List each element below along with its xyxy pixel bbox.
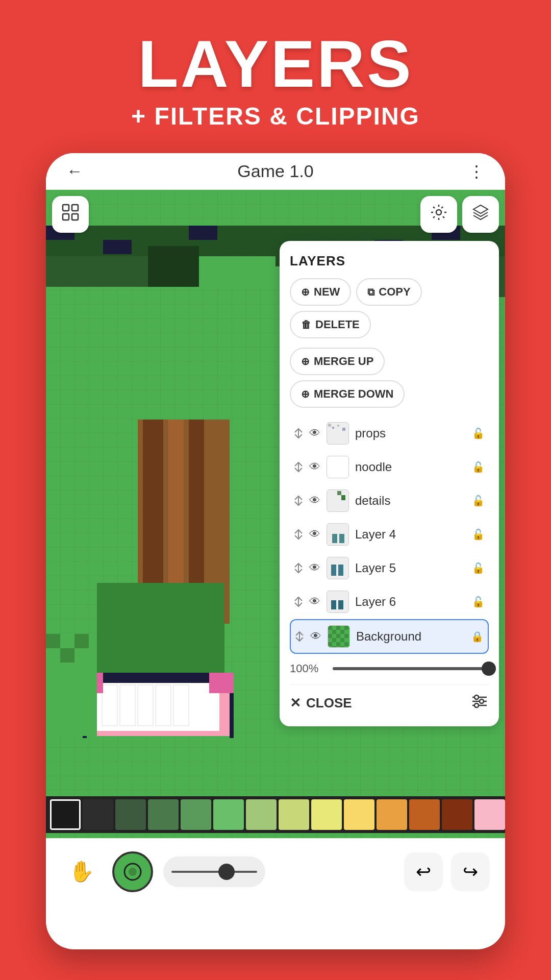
color-swatch[interactable] <box>311 799 342 830</box>
layer-row[interactable]: 👁 Layer 5 🔓 <box>290 552 489 584</box>
svg-point-74 <box>474 703 479 707</box>
layer-visibility-toggle[interactable]: 👁 <box>309 528 320 541</box>
color-swatch[interactable] <box>213 799 244 830</box>
layer-row[interactable]: 👁 details 🔓 <box>290 484 489 517</box>
color-swatch[interactable] <box>115 799 146 830</box>
hand-tool-button[interactable]: ✋ <box>61 851 102 892</box>
layer-move-handle[interactable] <box>294 529 303 540</box>
color-swatch[interactable] <box>83 799 113 830</box>
layer-row-background[interactable]: 👁 <box>290 619 489 654</box>
brush-tool-button[interactable] <box>112 851 153 892</box>
color-swatch[interactable] <box>409 799 440 830</box>
svg-rect-1 <box>46 256 148 287</box>
color-swatch[interactable] <box>246 799 277 830</box>
opacity-label: 100% <box>290 662 325 675</box>
main-title: LAYERS <box>0 31 551 97</box>
svg-rect-61 <box>336 634 340 638</box>
layer-move-handle[interactable] <box>294 461 303 473</box>
svg-rect-54 <box>328 626 332 630</box>
color-swatch[interactable] <box>344 799 374 830</box>
svg-rect-17 <box>138 685 153 726</box>
layer-move-handle[interactable] <box>295 631 304 642</box>
panel-close-row: ✕ CLOSE <box>290 684 489 714</box>
layers-merge-actions: ⊕ MERGE UP ⊕ MERGE DOWN <box>290 348 489 408</box>
layer-thumbnail <box>327 557 349 579</box>
copy-icon: ⧉ <box>367 286 374 298</box>
merge-down-button[interactable]: ⊕ MERGE DOWN <box>290 380 405 408</box>
delete-icon: 🗑 <box>301 319 311 331</box>
brush-slider-thumb[interactable] <box>218 864 235 880</box>
layer-move-handle[interactable] <box>294 428 303 439</box>
frames-button[interactable] <box>52 196 89 233</box>
color-palette <box>46 796 505 833</box>
undo-icon: ↩ <box>416 861 431 883</box>
close-panel-button[interactable]: ✕ CLOSE <box>290 695 352 711</box>
copy-layer-button[interactable]: ⧉ COPY <box>356 278 421 306</box>
layer-lock-icon[interactable]: 🔓 <box>472 427 485 439</box>
layer-visibility-toggle[interactable]: 👁 <box>310 630 321 643</box>
svg-rect-57 <box>340 630 344 634</box>
brush-slider-track <box>171 871 257 873</box>
layer-row[interactable]: 👁 Layer 4 🔓 <box>290 518 489 551</box>
layer-name-label: props <box>355 426 466 440</box>
svg-rect-2 <box>148 246 199 287</box>
layer-move-handle[interactable] <box>294 562 303 574</box>
more-options-button[interactable]: ⋮ <box>468 162 485 181</box>
opacity-thumb[interactable] <box>482 662 496 676</box>
svg-rect-21 <box>87 673 230 677</box>
layer-thumbnail <box>327 591 349 613</box>
svg-point-40 <box>436 210 441 215</box>
phone-topbar: ← Game 1.0 ⋮ <box>46 153 505 190</box>
layers-icon <box>471 203 490 226</box>
brush-icon <box>122 862 143 882</box>
layer-lock-icon[interactable]: 🔒 <box>471 630 484 643</box>
color-swatch[interactable] <box>377 799 407 830</box>
brush-size-slider[interactable] <box>163 856 265 887</box>
svg-rect-38 <box>63 214 69 220</box>
canvas-toolbar <box>52 196 499 233</box>
layer-row[interactable]: 👁 noodle 🔓 <box>290 451 489 483</box>
filter-adjust-button[interactable] <box>470 692 489 714</box>
layer-lock-icon[interactable]: 🔓 <box>472 495 485 507</box>
opacity-slider[interactable] <box>333 667 489 670</box>
layer-lock-icon[interactable]: 🔓 <box>472 562 485 574</box>
svg-rect-45 <box>337 491 341 495</box>
new-layer-button[interactable]: ⊕ NEW <box>290 278 351 306</box>
settings-button[interactable] <box>420 196 457 233</box>
layer-row[interactable]: 👁 props 🔓 <box>290 417 489 450</box>
layer-visibility-toggle[interactable]: 👁 <box>309 427 320 440</box>
layer-visibility-toggle[interactable]: 👁 <box>309 595 320 608</box>
layer-visibility-toggle[interactable]: 👁 <box>309 561 320 575</box>
layer-lock-icon[interactable]: 🔓 <box>472 528 485 541</box>
layer-lock-icon[interactable]: 🔓 <box>472 596 485 608</box>
color-swatch[interactable] <box>50 799 81 830</box>
redo-button[interactable]: ↪ <box>451 852 490 891</box>
color-swatch[interactable] <box>181 799 211 830</box>
layer-visibility-toggle[interactable]: 👁 <box>309 460 320 474</box>
screen-title: Game 1.0 <box>237 161 313 181</box>
svg-rect-68 <box>344 642 348 646</box>
layer-name-label: noodle <box>355 460 466 474</box>
merge-up-button[interactable]: ⊕ MERGE UP <box>290 348 385 375</box>
back-button[interactable]: ← <box>66 162 83 181</box>
delete-layer-button[interactable]: 🗑 DELETE <box>290 311 371 338</box>
svg-rect-12 <box>97 583 224 685</box>
color-swatch[interactable] <box>442 799 472 830</box>
opacity-section: 100% <box>290 662 489 675</box>
layer-move-handle[interactable] <box>294 596 303 607</box>
undo-button[interactable]: ↩ <box>404 852 443 891</box>
subtitle: + FILTERS & CLIPPING <box>0 102 551 130</box>
color-swatch[interactable] <box>279 799 309 830</box>
svg-rect-18 <box>156 685 171 726</box>
svg-rect-52 <box>338 600 343 609</box>
svg-rect-27 <box>46 634 60 648</box>
layer-lock-icon[interactable]: 🔓 <box>472 461 485 473</box>
layers-toggle-button[interactable] <box>462 196 499 233</box>
color-swatch[interactable] <box>474 799 505 830</box>
layer-row[interactable]: 👁 Layer 6 🔓 <box>290 585 489 618</box>
hand-icon: ✋ <box>69 860 94 884</box>
layer-visibility-toggle[interactable]: 👁 <box>309 494 320 507</box>
layer-move-handle[interactable] <box>294 495 303 506</box>
color-swatch[interactable] <box>148 799 179 830</box>
merge-down-icon: ⊕ <box>301 388 310 400</box>
